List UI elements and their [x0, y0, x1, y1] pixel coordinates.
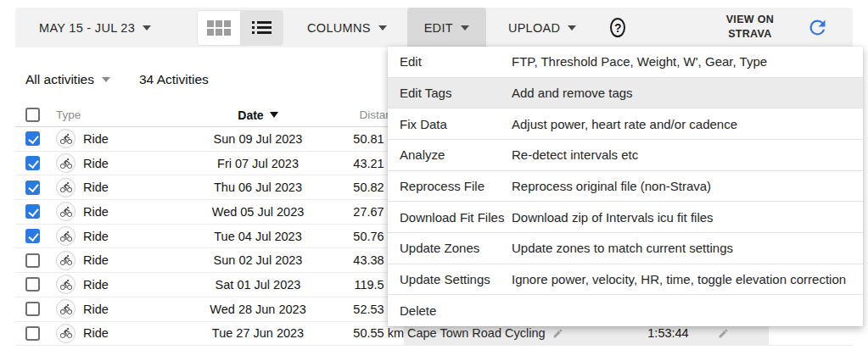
edit-menu-item[interactable]: Download Fit Files Download zip of Inter…: [388, 202, 863, 233]
row-checkbox[interactable]: [25, 302, 40, 316]
row-checkbox[interactable]: [25, 229, 40, 243]
chevron-down-icon: [461, 25, 469, 31]
row-checkbox[interactable]: [25, 204, 40, 219]
menu-item-description: Download zip of Intervals icu fit files: [512, 210, 714, 225]
activity-date: Tue 04 Jul 2023: [183, 225, 333, 248]
date-column-header[interactable]: Date: [238, 108, 277, 122]
activity-date: Sat 01 Jul 2023: [183, 273, 333, 297]
edit-menu-item[interactable]: Analyze Re-detect intervals etc: [388, 140, 863, 171]
grid-view-icon: [207, 20, 231, 36]
row-checkbox[interactable]: [25, 277, 40, 292]
edit-menu-item[interactable]: Edit Tags Add and remove tags: [388, 78, 863, 109]
menu-item-description: FTP, Threshold Pace, Weight, W', Gear, T…: [512, 54, 767, 69]
menu-item-label: Edit: [388, 54, 512, 69]
ride-icon: [56, 153, 76, 173]
row-checkbox[interactable]: [25, 156, 40, 170]
menu-item-label: Edit Tags: [388, 86, 512, 100]
menu-item-label: Update Settings: [388, 272, 512, 286]
help-icon: ?: [610, 18, 625, 37]
edit-menu-item[interactable]: Update Zones Update zones to match curre…: [388, 233, 863, 264]
grid-view-button[interactable]: [198, 11, 240, 45]
activity-type: Ride: [83, 230, 109, 243]
sort-desc-icon: [270, 112, 278, 118]
activity-date: Wed 05 Jul 2023: [183, 200, 333, 224]
help-button[interactable]: ?: [598, 8, 637, 47]
view-toggle: [197, 10, 283, 46]
activity-filter-dropdown[interactable]: All activities: [25, 72, 110, 87]
row-checkbox[interactable]: [25, 181, 40, 195]
chevron-down-icon: [378, 25, 387, 31]
chevron-down-icon: [143, 25, 151, 31]
edit-pencil-icon[interactable]: [552, 328, 563, 339]
menu-item-description: Reprocess original file (non-Strava): [512, 179, 711, 193]
edit-pencil-icon[interactable]: [718, 328, 729, 339]
refresh-icon: [806, 16, 829, 39]
menu-item-description: Ignore power, velocity, HR, time, toggle…: [512, 272, 846, 286]
activity-type: Ride: [83, 157, 109, 170]
menu-item-label: Update Zones: [388, 241, 512, 255]
ride-icon: [56, 275, 76, 294]
activity-date: Thu 06 Jul 2023: [183, 175, 333, 199]
ride-icon: [56, 129, 76, 148]
edit-menu-item[interactable]: Delete: [388, 295, 863, 326]
menu-item-label: Download Fit Files: [388, 210, 512, 225]
edit-menu-item[interactable]: Edit FTP, Threshold Pace, Weight, W', Ge…: [388, 47, 863, 78]
upload-label: UPLOAD: [508, 21, 560, 35]
menu-item-label: Delete: [388, 303, 512, 318]
edit-menu-item[interactable]: Reprocess File Reprocess original file (…: [388, 171, 863, 203]
row-checkbox[interactable]: [25, 326, 40, 341]
menu-item-description: Add and remove tags: [512, 86, 633, 100]
columns-label: COLUMNS: [307, 21, 371, 35]
ride-icon: [56, 324, 76, 343]
menu-item-label: Reprocess File: [388, 179, 512, 193]
activity-date: Tue 27 Jun 2023: [183, 322, 333, 346]
activity-count: 34 Activities: [139, 72, 209, 87]
ride-icon: [56, 299, 76, 319]
menu-item-label: Fix Data: [388, 117, 512, 131]
activity-type: Ride: [83, 181, 109, 194]
ride-icon: [56, 226, 76, 246]
activities-page: MAY 15 - JUL 23 COLUMNS EDIT: [0, 0, 868, 350]
row-checkbox[interactable]: [25, 253, 40, 268]
menu-item-label: Analyze: [388, 147, 512, 162]
select-all-checkbox[interactable]: [25, 108, 40, 122]
activity-type: Ride: [83, 278, 109, 292]
toolbar: MAY 15 - JUL 23 COLUMNS EDIT: [15, 8, 853, 47]
activity-date: Sun 02 Jul 2023: [183, 248, 333, 272]
list-view-button[interactable]: [240, 11, 283, 45]
activity-date: Fri 07 Jul 2023: [183, 152, 333, 175]
refresh-button[interactable]: [794, 8, 841, 47]
edit-menu-item[interactable]: Fix Data Adjust power, heart rate and/or…: [388, 108, 863, 140]
activity-date: Wed 28 Jun 2023: [183, 297, 333, 321]
chevron-down-icon: [568, 25, 576, 31]
activity-filter-label: All activities: [25, 72, 94, 87]
edit-dropdown-menu: Edit FTP, Threshold Pace, Weight, W', Ge…: [388, 47, 863, 326]
view-on-strava-line2: STRAVA: [728, 28, 771, 42]
edit-label: EDIT: [424, 21, 453, 35]
edit-menu-item[interactable]: Update Settings Ignore power, velocity, …: [388, 264, 863, 296]
list-view-icon: [252, 21, 272, 34]
ride-icon: [56, 251, 76, 270]
edit-button[interactable]: EDIT: [407, 8, 486, 47]
activity-type: Ride: [83, 303, 109, 316]
columns-button[interactable]: COLUMNS: [295, 8, 399, 47]
date-range-button[interactable]: MAY 15 - JUL 23: [27, 8, 163, 47]
activity-type: Ride: [83, 132, 109, 146]
chevron-down-icon: [102, 77, 110, 82]
type-column-header[interactable]: Type: [56, 103, 183, 126]
view-on-strava-line1: VIEW ON: [726, 14, 774, 27]
date-range-label: MAY 15 - JUL 23: [39, 21, 135, 35]
row-checkbox[interactable]: [25, 131, 40, 146]
activity-type: Ride: [83, 205, 109, 219]
menu-item-description: Re-detect intervals etc: [512, 147, 638, 162]
ride-icon: [56, 202, 76, 221]
activity-date: Sun 09 Jul 2023: [183, 127, 333, 151]
activity-type: Ride: [83, 253, 109, 267]
activity-type: Ride: [83, 326, 109, 340]
menu-item-description: Update zones to match current settings: [512, 241, 733, 255]
upload-button[interactable]: UPLOAD: [496, 8, 588, 47]
ride-icon: [56, 178, 76, 197]
view-on-strava-button[interactable]: VIEW ON STRAVA: [714, 8, 786, 47]
menu-item-description: Adjust power, heart rate and/or cadence: [512, 117, 737, 131]
